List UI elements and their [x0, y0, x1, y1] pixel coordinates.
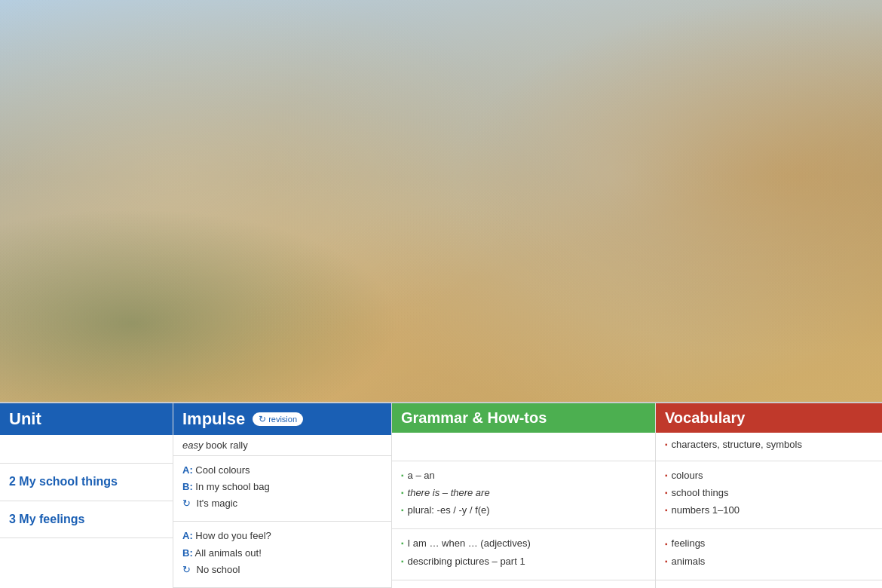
grammar-item-4: I am … when … (adjectives)	[401, 537, 646, 550]
refresh-icon: ↻	[259, 414, 266, 424]
easy-text: easy book rally	[182, 439, 248, 451]
grammar-item-1: a – an	[401, 469, 646, 482]
unit-3-title: 3 My feelings	[9, 512, 164, 528]
impulse-section-1: A: Cool colours B: In my school bag ↻ It…	[173, 456, 391, 522]
unit-empty-row	[0, 435, 173, 464]
vocab-item-school-things: school things	[665, 486, 873, 500]
vocabulary-section-2: feelings animals	[656, 529, 882, 580]
vocab-item-numbers: numbers 1–100	[665, 504, 873, 517]
impulse-section-2: A: How do you feel? B: All animals out! …	[173, 522, 391, 588]
grammar-item-2: there is – there are	[401, 486, 646, 500]
revision-badge: ↻ revision	[253, 412, 303, 426]
grammar-section-1: a – an there is – there are plural: -es …	[392, 461, 655, 530]
unit-2-title: 2 My school things	[9, 474, 164, 490]
impulse-easy-row: easy book rally	[173, 435, 391, 456]
grammar-column: Grammar & How-tos a – an there is – ther…	[392, 403, 656, 588]
grammar-item-5: describing pictures – part 1	[401, 555, 646, 568]
grammar-item-3: plural: -es / -y / f(e)	[401, 504, 646, 517]
impulse-line-r2: ↻ No school	[182, 563, 382, 577]
grammar-empty-row	[392, 433, 655, 461]
grammar-header-label: Grammar & How-tos	[401, 409, 547, 426]
vocabulary-column: Vocabulary characters, structure, symbol…	[656, 403, 882, 588]
grammar-header: Grammar & How-tos	[392, 403, 655, 433]
impulse-line-a2: A: How do you feel?	[182, 529, 382, 543]
vocab-item-animals: animals	[665, 555, 873, 568]
impulse-column: Impulse ↻ revision easy book rally A: Co…	[173, 403, 392, 588]
content-table: Unit 2 My school things 3 My feelings Im…	[0, 402, 882, 588]
vocab-item-feelings: feelings	[665, 537, 873, 550]
vocabulary-top-item: characters, structure, symbols	[665, 439, 873, 450]
unit-header: Unit	[0, 403, 173, 435]
unit-column: Unit 2 My school things 3 My feelings	[0, 403, 173, 588]
revision-label: revision	[268, 415, 297, 424]
vocabulary-header: Vocabulary	[656, 403, 882, 433]
unit-row-3: 3 My feelings	[0, 501, 173, 539]
vocab-item-colours: colours	[665, 469, 873, 482]
vocabulary-top-item-row: characters, structure, symbols	[656, 433, 882, 461]
impulse-line-a1: A: Cool colours	[182, 464, 382, 477]
vocabulary-header-label: Vocabulary	[665, 409, 745, 426]
unit-header-label: Unit	[9, 409, 41, 428]
impulse-line-b1: B: In my school bag	[182, 480, 382, 494]
impulse-header: Impulse ↻ revision	[173, 403, 391, 435]
unit-row-2: 2 My school things	[0, 464, 173, 501]
impulse-line-r1: ↻ It's magic	[182, 497, 382, 510]
impulse-line-b2: B: All animals out!	[182, 547, 382, 560]
grammar-section-2: I am … when … (adjectives) describing pi…	[392, 529, 655, 580]
vocabulary-section-1: colours school things numbers 1–100	[656, 461, 882, 530]
impulse-header-label: Impulse	[182, 409, 245, 429]
